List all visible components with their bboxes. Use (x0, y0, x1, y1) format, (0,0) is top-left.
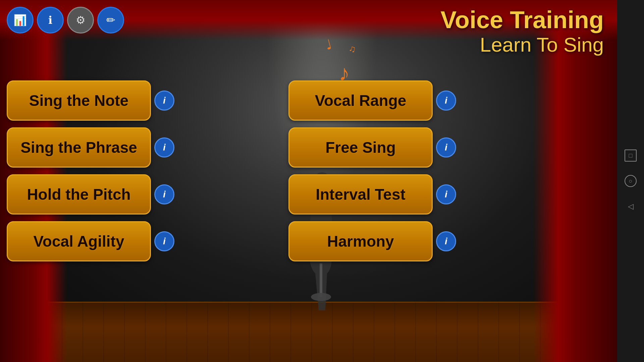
hold-the-pitch-info-button[interactable]: i (154, 184, 174, 204)
nav-square-icon[interactable]: □ (625, 149, 637, 162)
app-title: Voice Training (440, 7, 604, 33)
app-subtitle: Learn To Sing (440, 33, 604, 56)
btn-row-interval-test: Interval Test i (288, 174, 456, 215)
sing-the-phrase-button[interactable]: Sing the Phrase (7, 127, 151, 168)
btn-row-free-sing: Free Sing i (288, 127, 456, 168)
btn-row-hold-pitch: Hold the Pitch i (7, 174, 174, 215)
btn-row-sing-phrase: Sing the Phrase i (7, 127, 174, 168)
btn-row-harmony: Harmony i (288, 221, 456, 261)
sing-the-phrase-info-button[interactable]: i (154, 137, 174, 158)
vocal-agility-button[interactable]: Vocal Agility (7, 221, 151, 261)
title-area: Voice Training Learn To Sing (440, 7, 604, 56)
right-button-group: Vocal Range i Free Sing i Interval Test … (288, 80, 456, 261)
nav-bar: □ ○ ◁ (617, 0, 644, 362)
edit-button[interactable]: ✏ (97, 7, 124, 34)
nav-back-icon[interactable]: ◁ (625, 200, 637, 213)
btn-row-sing-note: Sing the Note i (7, 80, 174, 121)
interval-test-button[interactable]: Interval Test (288, 174, 433, 215)
svg-rect-1 (320, 263, 322, 297)
harmony-info-button[interactable]: i (436, 231, 456, 251)
vocal-range-button[interactable]: Vocal Range (288, 80, 433, 121)
btn-row-vocal-range: Vocal Range i (288, 80, 456, 121)
top-toolbar: 📊 ℹ ⚙ ✏ (7, 7, 124, 34)
free-sing-info-button[interactable]: i (436, 137, 456, 158)
free-sing-button[interactable]: Free Sing (288, 127, 433, 168)
sing-the-note-info-button[interactable]: i (154, 90, 174, 111)
harmony-button[interactable]: Harmony (288, 221, 433, 261)
interval-test-info-button[interactable]: i (436, 184, 456, 204)
nav-circle-icon[interactable]: ○ (625, 175, 637, 187)
stats-button[interactable]: 📊 (7, 7, 34, 34)
sing-the-note-button[interactable]: Sing the Note (7, 80, 151, 121)
left-button-group: Sing the Note i Sing the Phrase i Hold t… (7, 80, 174, 261)
btn-row-vocal-agility: Vocal Agility i (7, 221, 174, 261)
info-button[interactable]: ℹ (37, 7, 64, 34)
svg-point-2 (311, 293, 331, 301)
vocal-range-info-button[interactable]: i (436, 90, 456, 111)
hold-the-pitch-button[interactable]: Hold the Pitch (7, 174, 151, 215)
vocal-agility-info-button[interactable]: i (154, 231, 174, 251)
settings-button[interactable]: ⚙ (67, 7, 94, 34)
